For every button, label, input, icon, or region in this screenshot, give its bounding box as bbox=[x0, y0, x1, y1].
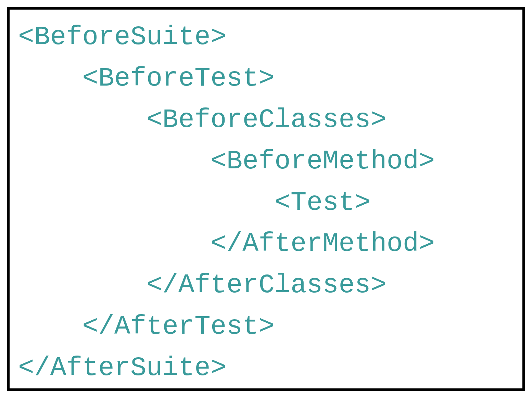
indent bbox=[146, 188, 210, 218]
indent bbox=[82, 229, 146, 259]
code-container: <BeforeSuite> <BeforeTest> <BeforeClasse… bbox=[7, 7, 525, 391]
code-line: </AfterClasses> bbox=[18, 265, 514, 306]
indent bbox=[82, 105, 146, 135]
open-bracket: < bbox=[146, 105, 162, 135]
close-bracket: > bbox=[211, 22, 227, 52]
tag-name: BeforeClasses bbox=[162, 105, 371, 135]
indent bbox=[18, 229, 82, 259]
indent bbox=[146, 146, 210, 176]
close-bracket: > bbox=[258, 63, 275, 93]
indent bbox=[18, 188, 82, 218]
code-line: <BeforeTest> bbox=[18, 58, 514, 99]
close-bracket: > bbox=[258, 311, 275, 342]
tag-name: AfterClasses bbox=[178, 270, 371, 300]
open-bracket: < bbox=[18, 22, 34, 52]
code-line: <BeforeMethod> bbox=[18, 141, 514, 182]
tag-name: AfterTest bbox=[114, 311, 258, 342]
close-bracket: > bbox=[419, 146, 435, 176]
indent bbox=[18, 63, 82, 93]
tag-name: BeforeMethod bbox=[227, 146, 419, 176]
close-bracket: > bbox=[355, 188, 371, 218]
code-line: </AfterMethod> bbox=[18, 223, 514, 265]
tag-name: Test bbox=[291, 188, 355, 218]
indent bbox=[18, 311, 82, 342]
close-bracket: > bbox=[211, 353, 227, 383]
indent bbox=[18, 270, 82, 300]
indent bbox=[82, 188, 146, 218]
open-bracket: < bbox=[211, 146, 227, 176]
code-line: <BeforeClasses> bbox=[18, 99, 514, 141]
tag-name: BeforeSuite bbox=[34, 22, 211, 52]
open-bracket: </ bbox=[18, 353, 50, 383]
code-line: </AfterTest> bbox=[18, 306, 514, 347]
indent bbox=[82, 146, 146, 176]
open-bracket: < bbox=[275, 188, 291, 218]
tag-name: AfterSuite bbox=[50, 353, 211, 383]
code-line: <BeforeSuite> bbox=[18, 16, 514, 58]
indent bbox=[82, 270, 146, 300]
open-bracket: </ bbox=[211, 229, 243, 259]
open-bracket: < bbox=[82, 63, 98, 93]
code-line: </AfterSuite> bbox=[18, 347, 514, 389]
indent bbox=[211, 188, 275, 218]
indent bbox=[18, 105, 82, 135]
close-bracket: > bbox=[371, 105, 387, 135]
indent bbox=[146, 229, 210, 259]
open-bracket: </ bbox=[146, 270, 178, 300]
close-bracket: > bbox=[419, 229, 435, 259]
code-line: <Test> bbox=[18, 182, 514, 223]
indent bbox=[18, 146, 82, 176]
tag-name: AfterMethod bbox=[242, 229, 419, 259]
open-bracket: </ bbox=[82, 311, 114, 342]
close-bracket: > bbox=[371, 270, 387, 300]
tag-name: BeforeTest bbox=[98, 63, 258, 93]
